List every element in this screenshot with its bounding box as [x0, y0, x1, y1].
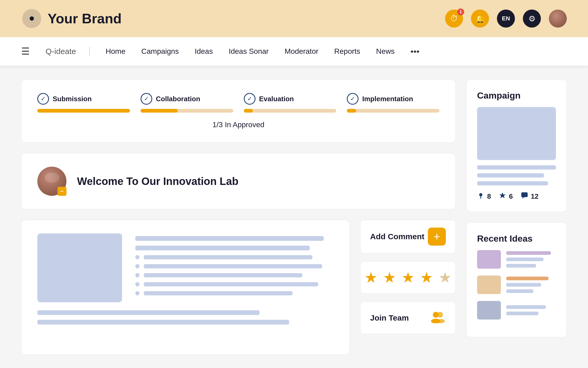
- add-comment-button[interactable]: +: [428, 228, 446, 246]
- step-bar-fill-submission: [37, 109, 130, 113]
- detail-line-bullet-5: [135, 291, 334, 295]
- settings-button[interactable]: ⚙: [523, 10, 541, 28]
- steps-container: ✓ Submission ✓ Collaboration: [37, 93, 439, 113]
- bullet-dot-4: [135, 282, 140, 286]
- detail-line-bullet-4: [135, 282, 334, 286]
- recent-idea-meta-3: [506, 305, 556, 315]
- nav-link-reports[interactable]: Reports: [334, 47, 360, 56]
- campaign-line-1: [477, 165, 556, 170]
- nav-links-list: Home Campaigns Ideas Ideas Sonar Moderat…: [106, 47, 395, 56]
- stat-comment: 12: [521, 192, 538, 201]
- nav-link-ideas[interactable]: Ideas: [195, 47, 213, 56]
- hamburger-menu[interactable]: ☰: [21, 46, 30, 57]
- recent-idea-thumb-1: [477, 250, 501, 269]
- idea-section: − Welcome To Our Innovation Lab: [21, 153, 456, 209]
- detail-line-6: [144, 282, 318, 286]
- step-check-evaluation: ✓: [244, 93, 255, 105]
- detail-lines: [135, 233, 334, 302]
- avatar-button[interactable]: [549, 10, 567, 28]
- step-label-submission: Submission: [53, 95, 92, 103]
- brand-name: Your Brand: [48, 11, 122, 26]
- meta-line-2b: [506, 283, 541, 287]
- nav-link-moderator[interactable]: Moderator: [285, 47, 318, 56]
- detail-section: [21, 220, 350, 355]
- svg-marker-7: [499, 192, 506, 198]
- comment-icon: [521, 192, 528, 201]
- meta-line-1b: [506, 258, 544, 261]
- step-submission: ✓ Submission: [37, 93, 130, 113]
- timer-button[interactable]: ⏱ 1: [445, 10, 463, 28]
- detail-line-7: [144, 291, 293, 295]
- detail-line-bullet-3: [135, 273, 334, 277]
- bell-button[interactable]: 🔔: [471, 10, 489, 28]
- step-collaboration: ✓ Collaboration: [141, 93, 233, 113]
- recent-idea-item-1: [477, 250, 556, 269]
- star-icon: [499, 192, 506, 201]
- bullet-dot-3: [135, 273, 140, 277]
- nav-link-campaigns[interactable]: Campaigns: [141, 47, 179, 56]
- campaign-card: Campaign 8 6: [466, 79, 567, 212]
- detail-image: [37, 233, 122, 302]
- bullet-dot-2: [135, 264, 140, 268]
- detail-line-bullet-2: [135, 264, 334, 268]
- star-2[interactable]: ★: [383, 269, 396, 286]
- join-team-row: Join Team: [360, 302, 456, 334]
- avatar-image: [549, 10, 567, 28]
- campaign-lines: [477, 165, 556, 185]
- detail-line-5: [144, 273, 302, 277]
- comment-label: Add Comment: [370, 232, 424, 241]
- nav-link-news[interactable]: News: [376, 47, 395, 56]
- step-approved-text: 1/3 In Approved: [37, 121, 439, 129]
- bullet-dot-5: [135, 291, 140, 295]
- recent-idea-thumb-3: [477, 301, 501, 320]
- idea-title: Welcome To Our Innovation Lab: [77, 175, 239, 187]
- svg-point-5: [437, 319, 445, 323]
- recent-idea-thumb-2: [477, 276, 501, 294]
- lang-button[interactable]: EN: [497, 10, 515, 28]
- join-team-label: Join Team: [370, 313, 409, 322]
- brand-area: Your Brand: [21, 8, 122, 29]
- navigation: ☰ Q-ideate Home Campaigns Ideas Ideas So…: [0, 37, 588, 66]
- star-4[interactable]: ★: [420, 269, 433, 286]
- meta-line-2a: [506, 277, 549, 280]
- svg-rect-8: [521, 192, 528, 197]
- step-bar-fill-implementation: [347, 109, 356, 113]
- nav-link-home[interactable]: Home: [106, 47, 125, 56]
- meta-line-1a: [506, 251, 551, 255]
- detail-line-bullet-1: [135, 255, 334, 259]
- svg-point-1: [30, 16, 34, 21]
- recent-idea-item-2: [477, 276, 556, 294]
- star-3[interactable]: ★: [401, 269, 415, 286]
- stat-star: 6: [499, 192, 513, 201]
- step-bar-fill-collaboration: [141, 109, 178, 113]
- campaign-image: [477, 107, 556, 160]
- recent-idea-meta-2: [506, 277, 556, 293]
- recent-ideas-card: Recent Ideas: [466, 223, 567, 337]
- meta-line-3a: [506, 305, 546, 309]
- step-label-implementation: Implementation: [362, 95, 413, 103]
- step-check-collaboration: ✓: [141, 93, 152, 105]
- stat-comment-value: 12: [531, 192, 538, 201]
- brand-logo-icon: [21, 8, 42, 29]
- star-5[interactable]: ★: [438, 269, 452, 286]
- campaign-line-3: [477, 181, 548, 185]
- bullet-dot-1: [135, 255, 140, 259]
- nav-brand-label: Q-ideate: [46, 47, 90, 56]
- campaign-stats: 8 6 12: [477, 192, 556, 201]
- detail-footer-lines: [37, 310, 334, 325]
- step-check-submission: ✓: [37, 93, 49, 105]
- nav-link-ideas-sonar[interactable]: Ideas Sonar: [229, 47, 269, 56]
- step-bar-track-collaboration: [141, 109, 233, 113]
- svg-point-6: [479, 193, 482, 196]
- bell-icon: 🔔: [475, 14, 485, 23]
- campaign-line-2: [477, 173, 544, 178]
- star-1[interactable]: ★: [364, 269, 378, 286]
- svg-point-3: [437, 312, 443, 318]
- detail-interaction-row: Add Comment + ★ ★ ★ ★ ★ Join Team: [21, 220, 456, 355]
- detail-line-4: [144, 264, 322, 268]
- plus-icon: +: [433, 230, 440, 243]
- pin-icon: [477, 192, 484, 201]
- more-menu-button[interactable]: •••: [411, 47, 420, 56]
- meta-line-3b: [506, 312, 538, 315]
- interaction-section: Add Comment + ★ ★ ★ ★ ★ Join Team: [360, 220, 456, 355]
